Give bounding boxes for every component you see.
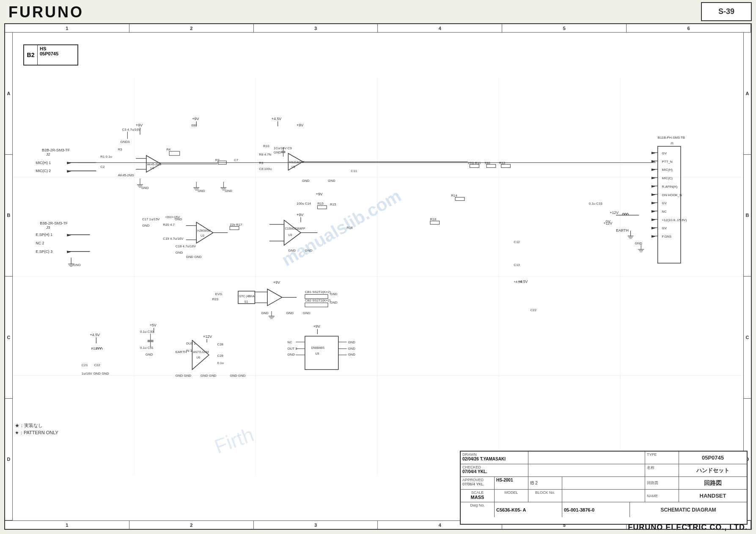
svg-text:+9V: +9V (316, 192, 322, 196)
svg-rect-211 (305, 336, 338, 370)
svg-text:J3: J3 (46, 225, 50, 230)
legend: ★：実装なし ★：PATTERN ONLY (15, 422, 58, 437)
svg-text:GND: GND (330, 292, 338, 296)
svg-text:GND  GND: GND GND (230, 374, 246, 378)
type-label: TYPE (647, 452, 657, 457)
svg-text:R7: R7 (215, 158, 220, 162)
row-b-left: B (5, 155, 12, 277)
svg-text:B3B-2R-SM3-TF: B3B-2R-SM3-TF (40, 221, 68, 225)
svg-text:MIC(C): MIC(C) (662, 176, 673, 180)
ref-number: 05-001-3876-0 (564, 507, 594, 512)
svg-marker-14 (67, 162, 71, 164)
svg-text:F.GN3: F.GN3 (662, 235, 672, 238)
svg-text:GND: GND (225, 189, 232, 193)
svg-text:C12: C12 (514, 240, 520, 244)
kairo-value: 回路図 (704, 479, 722, 487)
kairo-label: 回路図 (647, 480, 658, 486)
svg-text:C1SM5218AFP: C1SM5218AFP (285, 227, 305, 230)
svg-text:GND  GND: GND GND (186, 255, 202, 259)
svg-text:+9V: +9V (192, 117, 199, 121)
svg-text:+9V: +9V (297, 123, 303, 127)
block-no-label: BLOCK No. (535, 490, 555, 495)
svg-text:OUT 1: OUT 1 (186, 342, 196, 345)
svg-text:J1: J1 (670, 141, 674, 145)
svg-text:ON HOOK_N: ON HOOK_N (662, 193, 682, 197)
svg-text:R.AFIN(H): R.AFIN(H) (662, 185, 678, 189)
svg-text:C13: C13 (514, 263, 520, 267)
svg-text:GND: GND (286, 311, 294, 315)
svg-marker-15 (67, 170, 71, 173)
row-b-right: B (744, 155, 751, 277)
svg-text:GND: GND (146, 353, 153, 357)
svg-rect-119 (487, 164, 496, 168)
svg-text:HJM365M: HJM365M (197, 229, 211, 232)
svg-text:C21: C21 (82, 363, 88, 367)
svg-text:22k  R17: 22k R17 (230, 223, 242, 227)
drawing-area: B2 HS 05P0745 manualslib.com (13, 33, 743, 520)
col-2: 2 (129, 24, 254, 32)
svg-rect-117 (470, 164, 479, 168)
svg-text:E.SP(H) 1: E.SP(H) 1 (36, 233, 52, 237)
svg-text:NC: NC (662, 210, 667, 214)
svg-text:MIC(H) 1: MIC(H) 1 (36, 161, 51, 165)
checked-info: 07/04/4 YKL. (462, 469, 487, 474)
svg-text:C2: C2 (100, 165, 104, 169)
svg-text:GND: GND (288, 249, 296, 252)
page-number: S-39 (701, 2, 752, 21)
row-c-right: C (744, 277, 751, 399)
col-4: 4 (378, 24, 502, 32)
svg-text:MIC(C) 2: MIC(C) 2 (36, 169, 51, 173)
svg-rect-166 (305, 303, 328, 307)
col-headers-top: 1 2 3 4 5 6 (5, 24, 751, 33)
svg-text:R10: R10 (263, 144, 269, 148)
svg-text:U5: U5 (315, 352, 319, 355)
legend-item-2: ★：PATTERN ONLY (15, 429, 58, 437)
svg-text:R20  4.7: R20 4.7 (163, 223, 175, 227)
svg-rect-250 (455, 197, 465, 200)
dwg-number: C5636-K05- A (496, 507, 526, 512)
svg-text:0.1u: 0.1u (217, 361, 224, 365)
svg-text:C22: C22 (94, 363, 100, 367)
dwg-label: Dwg No. (470, 503, 485, 507)
svg-text:DN6B4BS: DN6B4BS (311, 346, 325, 349)
svg-text:+9V: +9V (297, 213, 303, 217)
block-label: IB 2 (530, 481, 538, 485)
svg-text:GV: GV (662, 201, 667, 205)
svg-text:E.SP(C) 3: E.SP(C) 3 (36, 249, 52, 254)
scale-label: SCALE (471, 490, 484, 495)
row-labels-right: A B C D (743, 33, 751, 520)
svg-text:GND: GND (142, 224, 150, 227)
svg-text:GND3: GND3 (121, 140, 130, 144)
col-2-bottom: 2 (129, 521, 254, 529)
svg-text:EARTH: EARTH (616, 228, 629, 233)
meisho-label: 名称 (647, 465, 654, 471)
svg-text:R14: R14 (451, 194, 457, 197)
model-label: MODEL (504, 490, 518, 495)
svg-text:C28: C28 (217, 342, 224, 346)
svg-marker-93 (652, 152, 656, 154)
title-block: DRAWN 02/04/26 T.YAMASAKI TYPE 05P0745 C… (460, 451, 748, 525)
svg-text:GND  GND: GND GND (93, 372, 109, 375)
svg-text:0.1u  C30: 0.1u C30 (140, 330, 154, 334)
svg-text:CB1  SS2T2(K×2): CB1 SS2T2(K×2) (305, 290, 331, 294)
scale-value: MASS (471, 495, 484, 500)
svg-text:NC: NC (287, 340, 292, 344)
svg-marker-100 (652, 210, 656, 213)
svg-text:R16: R16 (346, 226, 353, 230)
svg-text:GND: GND (348, 347, 355, 351)
svg-marker-99 (652, 202, 656, 204)
svg-text:C29: C29 (217, 354, 223, 358)
svg-text:C3 4.7u/16V: C3 4.7u/16V (122, 128, 141, 131)
col-1: 1 (5, 24, 129, 32)
svg-text:GND: GND (176, 251, 183, 255)
svg-text:GV: GV (662, 151, 667, 155)
svg-marker-139 (284, 220, 300, 245)
drawn-label: DRAWN (462, 452, 477, 457)
svg-text:MSZ1BAFP: MSZ1BAFP (289, 161, 305, 164)
name-en: HANDSET (700, 493, 726, 499)
svg-text:GND: GND (348, 340, 355, 344)
svg-text:+9V: +9V (313, 324, 320, 329)
row-a-right: A (744, 33, 751, 155)
svg-text:+12V: +12V (610, 211, 619, 215)
svg-text:IN 3: IN 3 (186, 349, 192, 353)
